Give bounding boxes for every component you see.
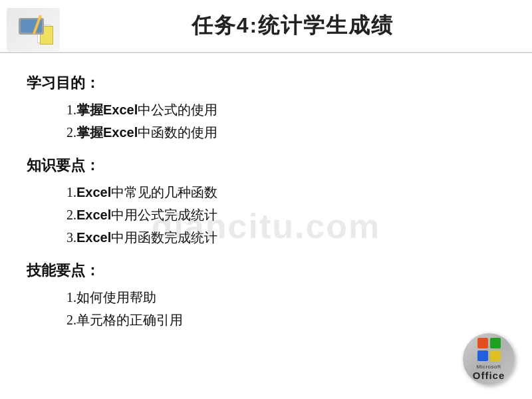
section-study-goal-items: 1.掌握Excel中公式的使用 2.掌握Excel中函数的使用 — [27, 98, 505, 144]
bold-text: Excel — [76, 185, 111, 200]
header-icon — [7, 8, 60, 51]
slide: 任务4:统计学生成绩 diancitu.com 学习目的： 1.掌握Excel中… — [0, 0, 532, 399]
office-square-red — [477, 338, 488, 348]
microsoft-text: Microsoft — [477, 364, 501, 370]
section-skill-items: 1.如何使用帮助 2.单元格的正确引用 — [27, 286, 505, 331]
section-knowledge-points: 知识要点： 1.Excel中常见的几种函数 2.Excel中用公式完成统计 3.… — [27, 156, 505, 249]
desk-illustration — [13, 15, 53, 45]
header-icon-inner — [7, 8, 60, 51]
section-skill-title: 技能要点： — [27, 261, 505, 281]
list-item: 2.单元格的正确引用 — [66, 309, 505, 331]
list-item: 1.Excel中常见的几种函数 — [66, 181, 505, 203]
bold-text: Excel — [76, 207, 111, 222]
office-squares — [477, 338, 501, 361]
section-study-goal: 学习目的： 1.掌握Excel中公式的使用 2.掌握Excel中函数的使用 — [27, 73, 505, 144]
list-item: 2.Excel中用公式完成统计 — [66, 203, 505, 226]
office-square-yellow — [490, 350, 501, 361]
office-logo-circle: Microsoft Office — [463, 333, 515, 385]
section-knowledge-title: 知识要点： — [27, 156, 505, 176]
bold-text: 掌握Excel — [76, 125, 138, 140]
office-square-green — [490, 338, 501, 348]
office-text: Office — [473, 370, 505, 381]
list-item: 3.Excel中用函数完成统计 — [66, 226, 505, 249]
list-item: 1.掌握Excel中公式的使用 — [66, 98, 505, 121]
page-title: 任务4:统计学生成绩 — [66, 11, 519, 47]
office-logo: Microsoft Office — [459, 332, 519, 386]
office-square-blue — [477, 350, 488, 361]
section-study-goal-title: 学习目的： — [27, 73, 505, 93]
section-skill-points: 技能要点： 1.如何使用帮助 2.单元格的正确引用 — [27, 261, 505, 331]
bold-text: 掌握Excel — [76, 102, 138, 117]
bold-text: Excel — [76, 230, 111, 245]
header: 任务4:统计学生成绩 — [0, 0, 532, 53]
list-item: 2.掌握Excel中函数的使用 — [66, 121, 505, 144]
main-content: diancitu.com 学习目的： 1.掌握Excel中公式的使用 2.掌握E… — [0, 53, 532, 399]
section-knowledge-items: 1.Excel中常见的几种函数 2.Excel中用公式完成统计 3.Excel中… — [27, 181, 505, 249]
list-item: 1.如何使用帮助 — [66, 286, 505, 309]
